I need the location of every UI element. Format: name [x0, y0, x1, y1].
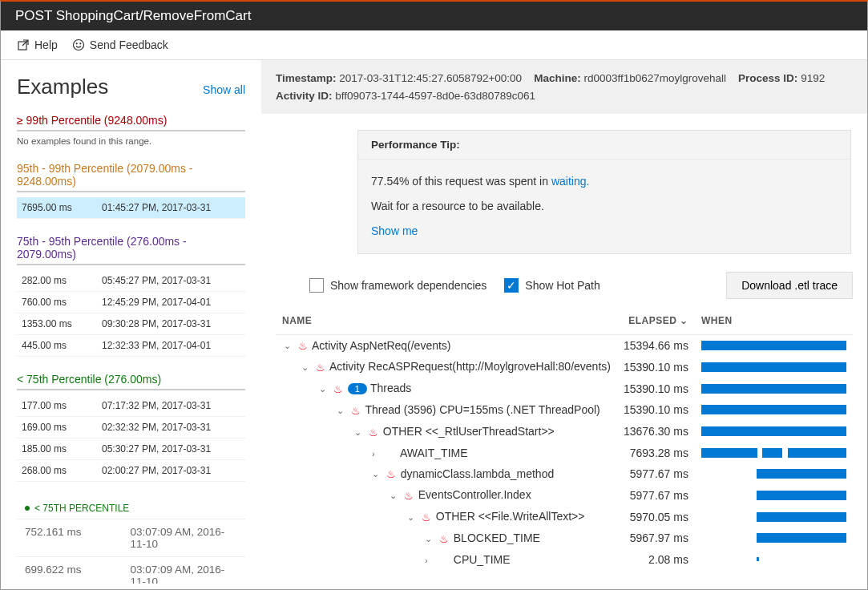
- trace-row[interactable]: ⌄ ♨ 1Threads15390.10 ms: [276, 378, 853, 399]
- flame-icon: ♨: [439, 533, 450, 545]
- examples-heading: Examples: [17, 75, 108, 99]
- trace-row[interactable]: ⌄ ♨ Activity AspNetReq(/events)15394.66 …: [276, 334, 853, 356]
- elapsed-value: 5970.05 ms: [617, 506, 695, 527]
- trace-row[interactable]: ⌄ ♨ OTHER <<_RtlUserThreadStart>>13676.3…: [276, 421, 853, 442]
- elapsed-value: 15390.10 ms: [617, 356, 695, 378]
- trace-row[interactable]: ⌄ ♨ Activity RecASPRequest(http://Moylgr…: [276, 356, 853, 378]
- elapsed-value: 5977.67 ms: [617, 463, 695, 485]
- svg-point-2: [76, 43, 77, 44]
- flame-icon: ♨: [333, 383, 345, 395]
- chevron-icon[interactable]: ⌄: [301, 362, 313, 373]
- svg-point-1: [73, 40, 83, 51]
- help-button[interactable]: Help: [17, 38, 58, 51]
- col-name[interactable]: NAME: [276, 309, 617, 335]
- tip-header: Performance Tip:: [358, 131, 850, 160]
- trace-row[interactable]: › CPU_TIME2.08 ms: [276, 549, 853, 570]
- chevron-icon[interactable]: ⌄: [390, 491, 401, 501]
- flame-icon: ♨: [351, 405, 362, 417]
- example-row[interactable]: 760.00 ms12:45:29 PM, 2017-04-01: [17, 292, 245, 313]
- performance-tip-box: Performance Tip: 77.54% of this request …: [357, 130, 851, 253]
- flame-icon: ♨: [422, 511, 433, 523]
- waiting-link[interactable]: waiting.: [551, 175, 589, 188]
- count-badge: 1: [348, 383, 367, 394]
- dot-icon: [25, 506, 30, 511]
- example-row[interactable]: 1353.00 ms09:30:28 PM, 2017-03-31: [17, 313, 245, 335]
- window-title: POST ShoppingCart/RemoveFromCart: [1, 2, 867, 30]
- trace-row[interactable]: › AWAIT_TIME7693.28 ms: [276, 442, 853, 463]
- when-bar: [695, 484, 853, 506]
- example-row[interactable]: 177.00 ms07:17:32 PM, 2017-03-31: [17, 395, 245, 417]
- feedback-button[interactable]: Send Feedback: [72, 38, 168, 51]
- chevron-icon[interactable]: ⌄: [372, 469, 383, 479]
- chevron-icon[interactable]: ⌄: [337, 406, 348, 416]
- chevron-icon[interactable]: ›: [372, 449, 383, 459]
- trace-label: dynamicClass.lambda_method: [401, 467, 554, 480]
- checkbox-icon: [309, 278, 324, 293]
- flame-icon: ♨: [369, 426, 380, 438]
- smile-icon: [72, 38, 85, 51]
- show-all-link[interactable]: Show all: [203, 83, 245, 96]
- when-bar: [695, 527, 853, 549]
- when-bar: [695, 421, 853, 442]
- when-bar: [695, 356, 853, 378]
- external-link-icon: [17, 38, 30, 51]
- percentile-header[interactable]: 95th - 99th Percentile (2079.00ms - 9248…: [17, 162, 245, 192]
- chevron-icon[interactable]: ⌄: [407, 512, 418, 523]
- flame-icon: ♨: [386, 468, 398, 480]
- example-row[interactable]: 7695.00 ms01:45:27 PM, 2017-03-31: [17, 197, 245, 219]
- when-bar: [695, 334, 853, 356]
- col-when[interactable]: WHEN: [695, 309, 853, 335]
- toolbar: Help Send Feedback: [1, 30, 867, 60]
- control-row: Show framework dependencies ✓ Show Hot P…: [261, 254, 867, 309]
- trace-label: CPU_TIME: [454, 553, 511, 566]
- trace-row[interactable]: ⌄ ♨ OTHER <<File.WriteAllText>>5970.05 m…: [276, 506, 853, 527]
- trace-label: OTHER <<_RtlUserThreadStart>>: [383, 425, 555, 438]
- example-row[interactable]: 185.00 ms05:30:27 PM, 2017-03-31: [17, 438, 245, 460]
- chevron-icon[interactable]: ⌄: [425, 534, 436, 544]
- info-bar: Timestamp: 2017-03-31T12:45:27.6058792+0…: [261, 60, 867, 114]
- flame-icon: ♨: [404, 490, 415, 502]
- percentile-header[interactable]: ≥ 99th Percentile (9248.00ms): [17, 114, 245, 131]
- framework-checkbox[interactable]: Show framework dependencies: [309, 278, 486, 293]
- elapsed-value: 2.08 ms: [617, 549, 695, 570]
- col-elapsed[interactable]: ELAPSED⌄: [617, 309, 695, 335]
- trace-row[interactable]: ⌄ ♨ EventsController.Index5977.67 ms: [276, 484, 853, 506]
- percentile-header[interactable]: < 75th Percentile (276.00ms): [17, 373, 245, 390]
- trace-label: AWAIT_TIME: [400, 447, 468, 459]
- example-row[interactable]: 268.00 ms02:00:27 PM, 2017-03-31: [17, 460, 245, 482]
- trace-label: Threads: [370, 382, 411, 394]
- example-row[interactable]: 699.622 ms03:07:09 AM, 2016-11-10: [17, 556, 245, 584]
- example-row[interactable]: 752.161 ms03:07:09 AM, 2016-11-10: [17, 519, 245, 556]
- trace-label: EventsController.Index: [418, 488, 531, 501]
- example-row[interactable]: 169.00 ms02:32:32 PM, 2017-03-31: [17, 417, 245, 438]
- example-row[interactable]: 282.00 ms05:45:27 PM, 2017-03-31: [17, 270, 245, 292]
- chevron-icon[interactable]: ⌄: [354, 427, 365, 438]
- elapsed-value: 5977.67 ms: [617, 484, 695, 506]
- trace-label: Activity RecASPRequest(http://MoylgroveH…: [329, 360, 611, 373]
- trace-row[interactable]: ⌄ ♨ BLOCKED_TIME5967.97 ms: [276, 527, 853, 549]
- svg-point-3: [80, 43, 81, 44]
- show-me-link[interactable]: Show me: [371, 224, 418, 237]
- chevron-icon[interactable]: ⌄: [319, 384, 330, 394]
- chevron-icon[interactable]: ⌄: [284, 341, 295, 351]
- chevron-icon[interactable]: ›: [425, 556, 436, 565]
- bottom-percentile-header[interactable]: < 75TH PERCENTILE: [17, 498, 245, 519]
- trace-row[interactable]: ⌄ ♨ dynamicClass.lambda_method5977.67 ms: [276, 463, 853, 485]
- when-bar: [695, 549, 853, 570]
- elapsed-value: 15390.10 ms: [617, 399, 695, 421]
- trace-table: NAME ELAPSED⌄ WHEN ⌄ ♨ Activity AspNetRe…: [276, 309, 853, 570]
- when-bar: [695, 463, 853, 485]
- percentile-header[interactable]: 75th - 95th Percentile (276.00ms - 2079.…: [17, 235, 245, 265]
- elapsed-value: 13676.30 ms: [617, 421, 695, 442]
- trace-label: BLOCKED_TIME: [454, 531, 540, 544]
- when-bar: [695, 442, 853, 463]
- hotpath-checkbox[interactable]: ✓ Show Hot Path: [504, 278, 600, 293]
- example-row[interactable]: 445.00 ms12:32:33 PM, 2017-04-01: [17, 335, 245, 357]
- main-panel: Timestamp: 2017-03-31T12:45:27.6058792+0…: [261, 60, 867, 584]
- flame-icon: ♨: [298, 340, 309, 352]
- download-etl-button[interactable]: Download .etl trace: [726, 272, 853, 299]
- elapsed-value: 15394.66 ms: [617, 334, 695, 356]
- flame-icon: ♨: [316, 362, 327, 374]
- trace-row[interactable]: ⌄ ♨ Thread (3596) CPU=155ms (.NET Thread…: [276, 399, 853, 421]
- elapsed-value: 5967.97 ms: [617, 527, 695, 549]
